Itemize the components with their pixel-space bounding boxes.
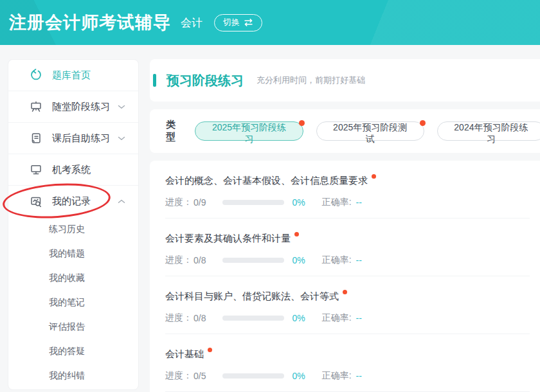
filter-card: 类型 2025年预习阶段练习 2025年预习阶段测试 2024年预习阶段练习 <box>150 109 540 153</box>
progress-label: 进度： <box>165 312 192 324</box>
list-item: 会计的概念、会计基本假设、会计信息质量要求 进度：0/9 0% 正确率: -- <box>165 161 530 218</box>
accuracy-label: 正确率: <box>322 254 352 266</box>
screen: 注册会计师考试辅导 会计 切换 题库首页 <box>0 0 540 392</box>
item-meta-row: 进度：0/8 0% 正确率: -- <box>165 254 530 266</box>
my-records-submenu: 练习历史 我的错题 我的收藏 我的笔记 评估报告 我的答疑 我的纠错 <box>8 217 138 388</box>
chevron-up-icon <box>118 199 125 204</box>
sidebar-item-label: 题库首页 <box>52 69 91 82</box>
item-title[interactable]: 会计的概念、会计基本假设、会计信息质量要求 <box>165 175 368 186</box>
progress-bar <box>222 373 284 379</box>
progress-label: 进度： <box>165 254 192 266</box>
progress-value: 0/8 <box>194 313 206 323</box>
sidebar-item-label: 我的记录 <box>52 195 91 208</box>
sidebar-item-question-bank-home[interactable]: 题库首页 <box>8 60 138 91</box>
sidebar-item-my-records[interactable]: 我的记录 <box>8 186 138 217</box>
sidebar-item-label: 课后自助练习 <box>52 132 110 145</box>
switch-button-label: 切换 <box>223 17 240 28</box>
accuracy-value: -- <box>356 197 362 208</box>
easel-icon <box>30 100 42 113</box>
list-item: 会计基础 进度：0/5 0% 正确率: -- <box>165 334 530 392</box>
sidebar-subitem-my-notes[interactable]: 我的笔记 <box>8 290 138 315</box>
filter-pill-label: 2025年预习阶段测试 <box>333 122 407 144</box>
progress-bar <box>222 316 284 321</box>
chevron-down-icon <box>118 136 125 141</box>
notification-dot <box>372 174 376 179</box>
monitor-icon <box>30 163 42 176</box>
filter-pill-2025-preview-practice[interactable]: 2025年预习阶段练习 <box>195 121 303 141</box>
sidebar-item-afterclass-self-practice[interactable]: 课后自助练习 <box>8 123 138 154</box>
progress-bar <box>222 258 284 263</box>
accuracy-value: -- <box>356 371 362 381</box>
item-meta-row: 进度：0/9 0% 正确率: -- <box>165 197 530 208</box>
notification-dot <box>294 232 299 236</box>
filter-pill-label: 2024年预习阶段练习 <box>454 122 528 144</box>
progress-value: 0/9 <box>194 197 206 208</box>
accent-bar <box>153 74 156 87</box>
book-icon <box>30 132 42 145</box>
app-header: 注册会计师考试辅导 会计 切换 <box>0 0 540 45</box>
filter-pill-2024-preview-practice[interactable]: 2024年预习阶段练习 <box>437 121 540 141</box>
notification-dot <box>208 348 212 352</box>
sidebar: 题库首页 随堂阶段练习 课后自助练习 <box>8 59 139 390</box>
chevron-down-icon <box>118 105 125 109</box>
progress-percent: 0% <box>292 197 305 208</box>
sidebar-subitem-my-wrong-questions[interactable]: 我的错题 <box>8 242 138 266</box>
sidebar-subitem-practice-history[interactable]: 练习历史 <box>8 217 138 242</box>
sidebar-subitem-my-corrections[interactable]: 我的纠错 <box>8 364 138 388</box>
progress-value: 0/8 <box>194 255 206 265</box>
progress-bar <box>222 200 284 205</box>
sidebar-subitem-my-qa[interactable]: 我的答疑 <box>8 339 138 364</box>
accuracy-value: -- <box>356 255 362 265</box>
subject-label: 会计 <box>181 15 203 30</box>
app-title: 注册会计师考试辅导 <box>9 11 171 34</box>
progress-percent: 0% <box>292 371 305 381</box>
accuracy-value: -- <box>356 313 362 323</box>
sidebar-subitem-my-favorites[interactable]: 我的收藏 <box>8 266 138 290</box>
sidebar-subitem-evaluation-report[interactable]: 评估报告 <box>8 315 138 339</box>
sidebar-item-computer-exam-system[interactable]: 机考系统 <box>8 154 138 186</box>
list-item: 会计要素及其确认条件和计量 进度：0/8 0% 正确率: -- <box>165 218 530 276</box>
notification-dot <box>343 290 347 294</box>
section-header-card: 预习阶段练习 充分利用时间，前期打好基础 <box>150 59 540 102</box>
progress-percent: 0% <box>292 255 305 265</box>
notification-dot <box>299 120 305 126</box>
item-title[interactable]: 会计要素及其确认条件和计量 <box>165 233 291 244</box>
progress-percent: 0% <box>292 313 305 323</box>
sidebar-item-inclass-stage-practice[interactable]: 随堂阶段练习 <box>8 91 138 123</box>
item-title[interactable]: 会计科目与账户、借贷记账法、会计等式 <box>165 290 339 301</box>
sidebar-item-label: 机考系统 <box>52 164 91 176</box>
section-title: 预习阶段练习 <box>166 72 244 89</box>
list-item: 会计科目与账户、借贷记账法、会计等式 进度：0/8 0% 正确率: -- <box>165 276 530 334</box>
switch-button[interactable]: 切换 <box>214 14 262 31</box>
undo-arrow-icon <box>30 69 42 82</box>
item-title[interactable]: 会计基础 <box>165 348 204 359</box>
filter-label: 类型 <box>166 119 184 143</box>
notification-dot <box>420 120 426 126</box>
section-subtitle: 充分利用时间，前期打好基础 <box>256 75 365 86</box>
swap-arrows-icon <box>244 19 253 26</box>
progress-label: 进度： <box>165 370 192 382</box>
filter-pill-2025-preview-test[interactable]: 2025年预习阶段测试 <box>316 121 424 141</box>
item-meta-row: 进度：0/8 0% 正确率: -- <box>165 312 530 324</box>
record-search-icon <box>30 195 42 208</box>
accuracy-label: 正确率: <box>322 312 352 324</box>
accuracy-label: 正确率: <box>322 370 352 382</box>
practice-list-card: 会计的概念、会计基本假设、会计信息质量要求 进度：0/9 0% 正确率: -- … <box>150 161 540 392</box>
progress-value: 0/5 <box>194 371 206 381</box>
header-decoration <box>231 0 540 45</box>
accuracy-label: 正确率: <box>322 197 352 208</box>
progress-label: 进度： <box>165 197 192 208</box>
sidebar-item-label: 随堂阶段练习 <box>52 101 110 113</box>
item-meta-row: 进度：0/5 0% 正确率: -- <box>165 370 530 382</box>
filter-pill-label: 2025年预习阶段练习 <box>212 122 286 144</box>
